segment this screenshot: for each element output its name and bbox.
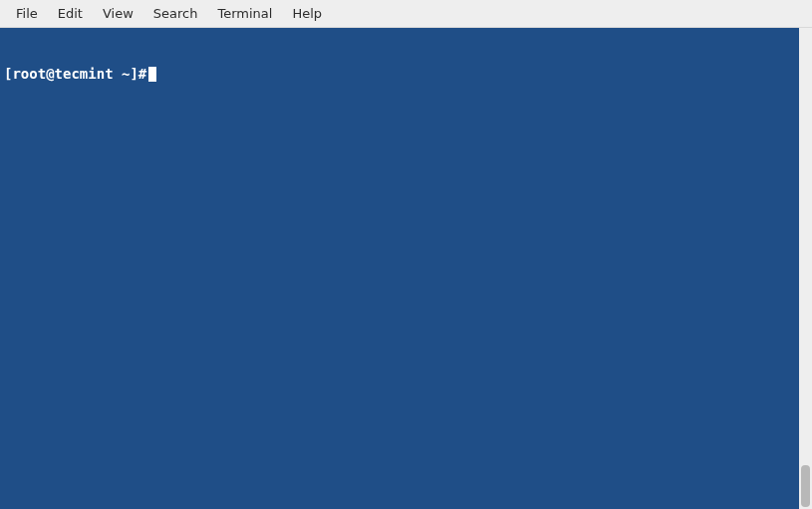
menu-edit[interactable]: Edit: [48, 2, 93, 25]
scrollbar-thumb[interactable]: [801, 465, 810, 507]
scrollbar[interactable]: [799, 28, 812, 509]
menu-file[interactable]: File: [6, 2, 48, 25]
menubar: File Edit View Search Terminal Help: [0, 0, 812, 28]
prompt-text: [root@tecmint ~]#: [4, 66, 146, 83]
prompt-line: [root@tecmint ~]#: [4, 66, 795, 83]
terminal-area[interactable]: [root@tecmint ~]#: [0, 28, 799, 509]
menu-help[interactable]: Help: [282, 2, 332, 25]
terminal-wrapper: [root@tecmint ~]#: [0, 28, 812, 509]
menu-search[interactable]: Search: [143, 2, 208, 25]
menu-terminal[interactable]: Terminal: [207, 2, 282, 25]
menu-view[interactable]: View: [93, 2, 143, 25]
cursor: [148, 67, 156, 82]
